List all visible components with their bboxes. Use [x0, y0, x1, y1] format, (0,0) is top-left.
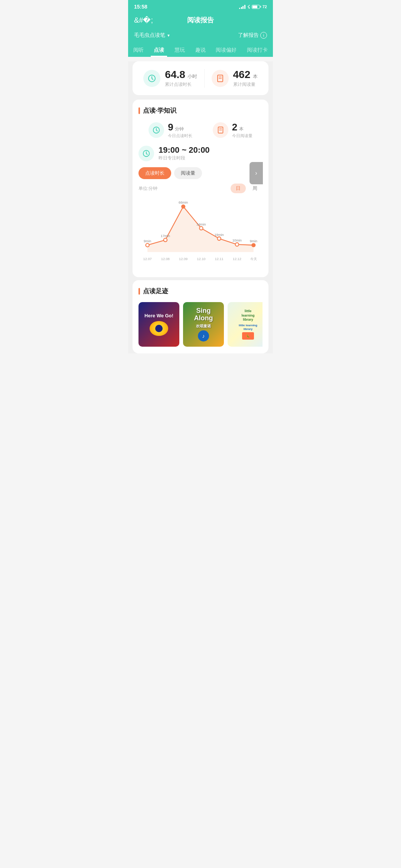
- info-icon: i: [260, 32, 267, 39]
- read-time-button[interactable]: 点读时长: [138, 167, 171, 179]
- tab-checkin[interactable]: 阅读打卡: [244, 45, 271, 57]
- x-label-5: 12.11: [215, 257, 224, 261]
- book-count-button[interactable]: 阅读量: [174, 167, 202, 179]
- x-label-1: 12.07: [143, 257, 152, 261]
- day-period-button[interactable]: 日: [231, 184, 246, 193]
- x-label-7: 今天: [250, 257, 257, 261]
- data-point-5: [217, 237, 221, 240]
- signal-icon: [239, 4, 245, 9]
- footprint-title: 点读足迹: [138, 287, 263, 295]
- label-6: 10min: [232, 239, 242, 242]
- today-time-unit: 分钟: [175, 126, 184, 132]
- x-label-2: 12.08: [161, 257, 170, 261]
- label-7: 9min: [250, 239, 257, 243]
- line-chart: 9min 17min 66min 34min 19min 10min 9min …: [138, 196, 263, 265]
- total-books-stat: 462 本 累计阅读量: [212, 69, 258, 88]
- book-cover-3: littlelearninglibrary little learninglib…: [228, 302, 263, 347]
- today-time-stat: 9 分钟 今日点读时长: [149, 122, 192, 139]
- total-time-value: 64.8: [165, 69, 185, 80]
- tab-talk[interactable]: 趣说: [192, 45, 209, 57]
- status-right: ☇ 72: [239, 4, 267, 10]
- footprint-bar-icon: [138, 288, 140, 295]
- report-info-button[interactable]: 了解报告 i: [238, 32, 267, 39]
- device-selector[interactable]: 毛毛虫点读笔 ▼: [134, 32, 170, 39]
- section-bar-icon: [138, 107, 140, 114]
- week-period-button[interactable]: 周: [247, 184, 263, 193]
- period-buttons: 日 周: [231, 184, 263, 193]
- page-title: 阅读报告: [134, 16, 267, 29]
- know-today-stats: 9 分钟 今日点读时长 2 本: [138, 122, 263, 139]
- tab-read[interactable]: 点读: [151, 45, 167, 57]
- label-4: 34min: [196, 223, 206, 226]
- books-row: Here We Go! Sing Along 欢唱童谣 ♪: [138, 302, 263, 347]
- label-1: 9min: [144, 239, 151, 243]
- time-display: 15:58: [134, 4, 147, 10]
- total-time-label: 累计点读时长: [165, 81, 197, 88]
- tab-play[interactable]: 慧玩: [172, 45, 188, 57]
- today-books-value: 2: [232, 122, 237, 133]
- book-item-3[interactable]: littlelearninglibrary little learninglib…: [228, 302, 263, 347]
- chevron-down-icon: ▼: [167, 33, 170, 38]
- know-section: 点读·学知识 9 分钟 今日点读时长: [133, 100, 268, 277]
- data-point-6: [235, 243, 239, 246]
- tab-preference[interactable]: 阅读偏好: [213, 45, 239, 57]
- x-label-4: 12.10: [197, 257, 205, 261]
- footprint-title-text: 点读足迹: [143, 287, 168, 295]
- label-5: 19min: [214, 233, 224, 237]
- clock-icon: [143, 70, 160, 87]
- book-item-2[interactable]: Sing Along 欢唱童谣 ♪: [183, 302, 224, 347]
- focus-time-row: 19:00 ~ 20:00 昨日专注时段: [138, 145, 263, 161]
- stat-divider: [204, 69, 205, 88]
- battery-level: 72: [263, 4, 267, 9]
- next-button[interactable]: ›: [250, 162, 263, 184]
- focus-time-value: 19:00 ~ 20:00: [159, 145, 210, 155]
- chart-controls: 点读时长 阅读量 ›: [138, 167, 263, 179]
- know-section-title: 点读·学知识: [138, 106, 263, 115]
- tab-bar: 阅听 点读 慧玩 趣说 阅读偏好 阅读打卡: [128, 42, 273, 57]
- footprint-section: 点读足迹 Here We Go! Sing Along: [133, 280, 268, 353]
- today-time-label: 今日点读时长: [168, 133, 192, 139]
- know-title-text: 点读·学知识: [143, 106, 176, 115]
- data-point-7: [252, 243, 255, 247]
- data-point-1: [146, 243, 149, 247]
- main-content: 64.8 小时 累计点读时长 462 本 累计阅读量: [128, 61, 273, 353]
- today-time-value: 9: [168, 122, 173, 133]
- sub-header: 毛毛虫点读笔 ▼ 了解报告 i: [128, 29, 273, 42]
- book-icon: [212, 70, 229, 87]
- today-books-unit: 本: [239, 126, 244, 132]
- x-label-3: 12.09: [179, 257, 188, 261]
- today-book-icon: [213, 122, 228, 138]
- book-cover-2: Sing Along 欢唱童谣 ♪: [183, 302, 224, 347]
- data-point-2: [164, 238, 167, 242]
- stats-card: 64.8 小时 累计点读时长 462 本 累计阅读量: [133, 61, 268, 95]
- x-label-6: 12.12: [233, 257, 241, 261]
- total-time-unit: 小时: [188, 74, 197, 79]
- today-books-stat: 2 本 今日阅读量: [213, 122, 252, 139]
- book-item-1[interactable]: Here We Go!: [138, 302, 179, 347]
- label-3: 66min: [179, 201, 188, 204]
- total-time-stat: 64.8 小时 累计点读时长: [143, 69, 197, 88]
- data-point-3: [182, 205, 185, 208]
- unit-label: 单位:分钟: [138, 185, 157, 192]
- focus-time-label: 昨日专注时段: [159, 155, 210, 161]
- data-point-4: [199, 227, 203, 230]
- status-bar: 15:58 ☇ 72: [128, 0, 273, 12]
- tab-listen[interactable]: 阅听: [130, 45, 147, 57]
- chart-container: 9min 17min 66min 34min 19min 10min 9min …: [138, 196, 263, 271]
- total-books-value: 462: [233, 69, 251, 80]
- back-button[interactable]: &#�;: [134, 16, 153, 25]
- book-cover-1: Here We Go!: [138, 302, 179, 347]
- battery-icon: [252, 5, 260, 9]
- label-2: 17min: [161, 234, 170, 238]
- today-clock-icon: [149, 122, 164, 138]
- wifi-icon: ☇: [247, 4, 250, 10]
- report-info-label: 了解报告: [238, 32, 259, 39]
- focus-clock-icon: [138, 146, 154, 161]
- unit-row: 单位:分钟 日 周: [138, 184, 263, 193]
- header: &#�; 阅读报告: [128, 12, 273, 29]
- today-books-label: 今日阅读量: [232, 133, 252, 139]
- total-books-label: 累计阅读量: [233, 81, 258, 88]
- device-name: 毛毛虫点读笔: [134, 32, 165, 39]
- total-books-unit: 本: [253, 74, 258, 79]
